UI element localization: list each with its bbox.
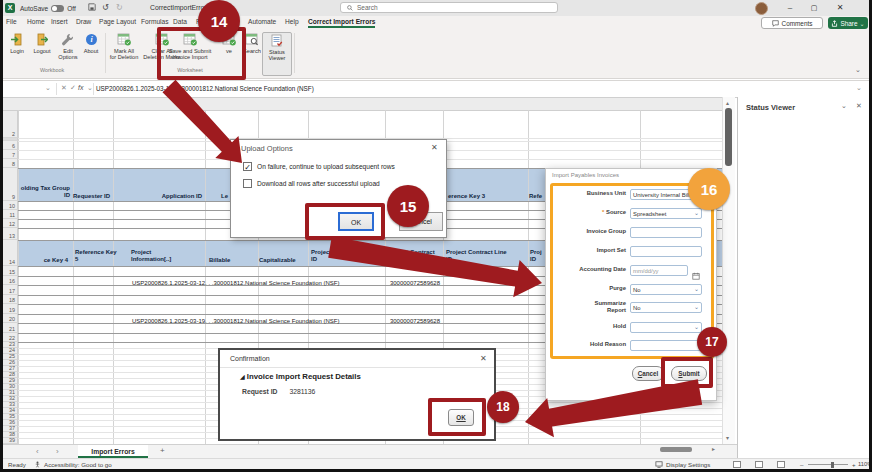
field-label-business-unit: Business Unit [550, 190, 626, 197]
sheet-nav-left-icon[interactable]: ‹ [36, 447, 39, 456]
display-settings-button[interactable]: Display Settings [666, 461, 710, 468]
annotation-rect-18 [428, 398, 486, 436]
annotation-badge-15: 15 [387, 185, 429, 227]
request-id-row: Request ID 3281136 [242, 388, 315, 395]
page-break-view-icon[interactable] [777, 461, 785, 468]
confirm-entry-icon[interactable]: ✓ [70, 84, 76, 92]
field-label-invoice-group: Invoice Group [550, 228, 626, 235]
maximize-button[interactable]: ▢ [806, 2, 822, 14]
tab-draw[interactable]: Draw [76, 18, 91, 25]
calendar-icon[interactable] [692, 266, 700, 284]
name-box-dropdown-icon[interactable]: ⌄ [45, 84, 51, 92]
grid-header-text: Reference Key 5 [75, 249, 117, 263]
chevron-down-icon[interactable]: ⌄ [694, 302, 699, 312]
page-layout-view-icon[interactable] [755, 461, 763, 468]
field-select-summarize[interactable]: No⌄ [630, 302, 702, 313]
table-check-icon [117, 32, 131, 47]
gridline-vertical [205, 110, 206, 444]
fx-icon[interactable]: fx [78, 84, 83, 91]
formula-expand-icon[interactable]: ⌄ [87, 84, 93, 92]
sheet-nav-right-icon[interactable]: › [56, 447, 59, 456]
field-input-accounting-date[interactable]: mm/dd/yy [630, 265, 688, 276]
normal-view-icon[interactable] [733, 461, 741, 468]
chevron-down-icon[interactable]: ⌄ [694, 284, 699, 294]
field-select-purge[interactable]: No⌄ [630, 284, 702, 295]
gridline-vertical [73, 110, 74, 444]
autosave-toggle[interactable]: AutoSave Off [20, 3, 76, 13]
field-input-invoice-group[interactable] [630, 227, 702, 238]
frame-edge [0, 0, 3, 472]
expand-marker-icon[interactable]: ◢ [240, 374, 245, 380]
share-dropdown-icon[interactable]: ⌄ [860, 20, 865, 27]
ribbon-button-label: Edit Options [58, 48, 77, 61]
scroll-right-icon[interactable]: ▸ [712, 445, 715, 452]
tab-help[interactable]: Help [285, 18, 299, 25]
request-id-value: 3281136 [289, 388, 315, 395]
zoom-out-button[interactable]: – [800, 461, 803, 468]
grid-header-text: Project Information[..] [131, 249, 171, 263]
zoom-slider[interactable] [808, 464, 848, 465]
scroll-up-icon[interactable]: ▴ [726, 99, 729, 106]
field-label-hold: Hold [550, 323, 626, 330]
field-input-hold-reason[interactable] [630, 340, 702, 351]
grid-header-text: Project Contract ID [388, 249, 435, 263]
status-viewer-title: Status Viewer [746, 103, 795, 112]
formula-bar-value[interactable]: USP2000826.1.2025-03-12. . .300001812.Na… [96, 85, 314, 92]
pane-chevron-down-icon[interactable]: ⌄ [841, 102, 847, 110]
field-label-hold-reason: Hold Reason [550, 341, 626, 348]
request-details-heading[interactable]: ◢ Invoice Import Request Details [240, 372, 361, 381]
user-avatar[interactable] [755, 2, 768, 15]
cancel-entry-icon[interactable]: ✕ [61, 84, 67, 92]
ribbon-button-label: Login [10, 48, 24, 54]
status-bar: Ready Accessibility: Good to go Display … [0, 458, 872, 469]
field-input-import-set[interactable] [630, 246, 702, 257]
confirm-dialog-close-icon[interactable]: ✕ [480, 354, 487, 363]
tab-formulas[interactable]: Formulas [141, 18, 168, 25]
zoom-in-button[interactable]: + [852, 461, 856, 468]
field-label-purge: Purge [550, 285, 626, 292]
share-button[interactable]: Share ⌄ [828, 17, 868, 29]
redo-icon[interactable]: ↻ [116, 3, 123, 13]
tab-file[interactable]: File [6, 18, 17, 25]
minimize-button[interactable]: – [782, 2, 798, 14]
tab-correct-import-errors[interactable]: Correct Import Errors [308, 18, 375, 28]
scroll-down-icon[interactable]: ▾ [726, 434, 729, 441]
tab-home[interactable]: Home [27, 18, 45, 25]
ribbon: LoginLogoutEdit OptionsiAboutMark All fo… [0, 30, 872, 79]
autosave-switch-icon[interactable] [51, 5, 64, 12]
tab-automate[interactable]: Automate [248, 18, 276, 25]
undo-icon[interactable]: ↺ [102, 3, 109, 13]
search-icon [347, 5, 353, 11]
upload-dialog-close-icon[interactable]: ✕ [431, 143, 438, 152]
add-sheet-button[interactable]: + [160, 446, 165, 455]
chevron-down-icon[interactable]: ⌄ [694, 208, 699, 218]
column-header-row [0, 97, 735, 111]
ribbon-collapse-icon[interactable]: ⌄ [855, 66, 861, 74]
tab-page-layout[interactable]: Page Layout [99, 18, 136, 25]
formula-bar-collapse-icon[interactable]: ⌄ [856, 84, 862, 92]
checkbox-continue-on-failure[interactable]: ✓ On failure, continue to upload subsequ… [243, 162, 395, 171]
grid-header-text: Refe [529, 193, 542, 200]
search-box[interactable]: Search [340, 2, 558, 13]
close-button[interactable]: ✕ [832, 2, 848, 14]
comments-button[interactable]: Comments [761, 17, 823, 29]
field-select-source[interactable]: Spreadsheet⌄ [630, 208, 702, 219]
zoom-slider-thumb[interactable] [831, 462, 834, 468]
save-icon[interactable] [88, 3, 96, 14]
accessibility-status[interactable]: Accessibility: Good to go [44, 461, 112, 468]
ribbon-button-status[interactable]: Status Viewer [262, 32, 291, 76]
import-cancel-button[interactable]: Cancel [632, 366, 664, 381]
door-in-icon [11, 32, 24, 47]
tab-insert[interactable]: Insert [51, 18, 68, 25]
checkbox-checked-icon[interactable]: ✓ [243, 162, 252, 171]
vertical-scrollbar-thumb[interactable] [725, 108, 732, 166]
checkbox-unchecked-icon[interactable] [243, 179, 252, 188]
horizontal-scrollbar-thumb[interactable] [660, 447, 692, 452]
pane-close-icon[interactable]: ✕ [856, 102, 862, 110]
tab-data[interactable]: Data [173, 18, 187, 25]
field-select-hold[interactable]: ⌄ [630, 322, 702, 333]
sheet-tab-import-errors[interactable]: Import Errors [78, 445, 148, 458]
share-icon [831, 20, 838, 27]
checkbox-download-after-upload[interactable]: Download all rows after successful uploa… [243, 179, 380, 188]
chevron-down-icon[interactable]: ⌄ [694, 322, 699, 332]
